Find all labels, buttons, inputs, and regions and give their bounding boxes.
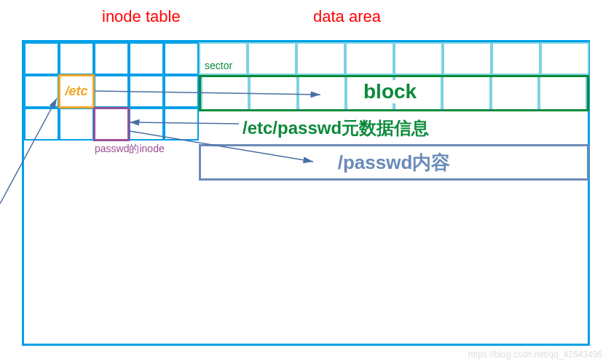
passwd-inode-cell <box>93 107 130 141</box>
filesystem-diagram-box: /etc passwd的inode sector block /etc/pass… <box>22 40 590 346</box>
heading-inode-table: inode table <box>102 7 181 26</box>
etc-inode-cell: /etc <box>58 74 95 108</box>
etc-passwd-meta-label: /etc/passwd元数据信息 <box>243 116 429 140</box>
sector-label: sector <box>205 60 232 71</box>
heading-data-area: data area <box>313 7 381 26</box>
passwd-content-box: /passwd内容 <box>199 144 589 181</box>
sector-row <box>199 42 589 75</box>
watermark-text: https://blog.csdn.net/qq_42643496 <box>468 349 602 360</box>
passwd-inode-label: passwd的inode <box>95 143 165 156</box>
block-label: block <box>359 80 421 103</box>
